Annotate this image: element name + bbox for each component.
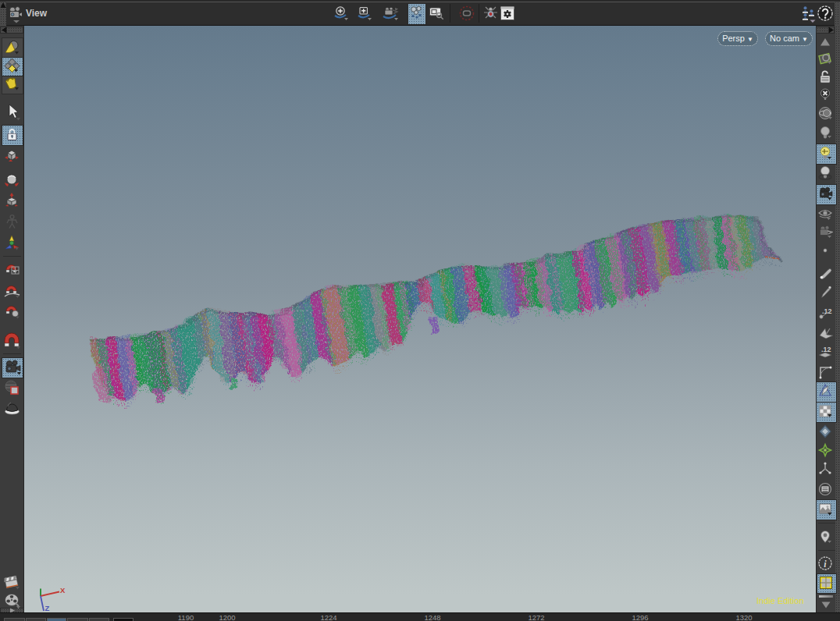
svg-text:Z: Z [45, 604, 50, 612]
svg-text:.12: .12 [821, 346, 831, 353]
svg-text:.12: .12 [822, 307, 832, 315]
svg-text:X: X [60, 586, 66, 594]
svg-text:i: i [824, 559, 827, 570]
